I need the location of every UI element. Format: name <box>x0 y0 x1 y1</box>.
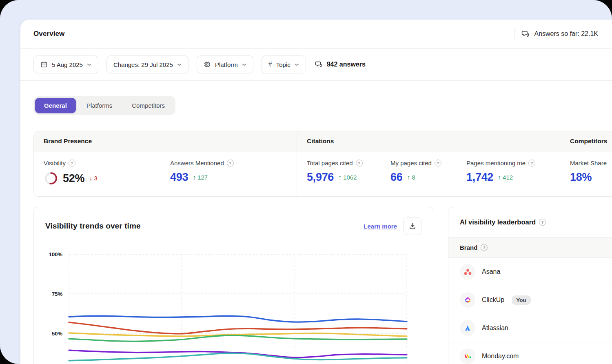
chevron-down-icon <box>242 63 246 66</box>
hash-icon: # <box>268 61 272 68</box>
help-icon[interactable] <box>528 160 535 166</box>
brand-name: Monday.com <box>482 353 519 360</box>
visibility-label: Visibility <box>44 160 66 166</box>
platform-filter-button[interactable]: Platform <box>197 55 253 73</box>
leaderboard-row-monday[interactable]: Monday.com <box>448 342 612 364</box>
brand-name: Atlassian <box>482 324 508 332</box>
chevron-down-icon <box>295 63 299 66</box>
visibility-trends-card: Visibility trends over time Learn more <box>33 207 433 364</box>
app-header: Overview Answers so far: 22.1K <box>20 20 612 49</box>
content: General Platforms Competitors Brand Pres… <box>20 81 612 364</box>
citations-title: Citations <box>297 131 560 151</box>
pages-mentioning-me-metric: Pages mentioning me 1,742 ↑ 412 <box>466 160 535 184</box>
you-badge: You <box>512 295 531 305</box>
answers-count: 942 answers <box>315 60 366 69</box>
help-icon[interactable] <box>69 160 75 166</box>
chart-title: Visibility trends over time <box>45 222 141 231</box>
tab-general[interactable]: General <box>35 98 76 113</box>
visibility-delta: ↓ 3 <box>89 175 97 182</box>
series-blue <box>69 316 407 322</box>
visibility-metric: Visibility 52% <box>44 160 170 186</box>
arrow-down-icon: ↓ <box>89 175 92 182</box>
arrow-up-icon: ↑ <box>193 174 196 181</box>
leaderboard-row-asana[interactable]: Asana <box>448 258 612 286</box>
svg-text:100%: 100% <box>49 251 63 257</box>
chip-icon <box>204 61 211 68</box>
platform-filter-label: Platform <box>215 61 238 68</box>
app-window: Overview Answers so far: 22.1K <box>20 20 612 364</box>
brand-name: Asana <box>482 268 500 275</box>
market-share-metric: Market Share 18% <box>570 160 607 184</box>
monday-logo <box>460 348 475 364</box>
header-right: Answers so far: 22.1K <box>514 29 598 39</box>
leaderboard-row-clickup[interactable]: ClickUp You <box>448 286 612 314</box>
arrow-up-icon: ↑ <box>338 174 341 181</box>
download-icon <box>409 222 416 230</box>
help-icon[interactable] <box>539 219 546 226</box>
help-icon[interactable] <box>435 160 441 166</box>
svg-text:50%: 50% <box>52 331 62 337</box>
asana-logo <box>460 264 475 280</box>
competitors-title: Competitors <box>560 131 612 151</box>
page-title: Overview <box>33 30 64 38</box>
brand-presence-section: Brand Presence Visibility <box>34 131 297 196</box>
filter-bar: 5 Aug 2025 Changes: 29 Jul 2025 <box>20 49 612 81</box>
visibility-value: 52% <box>63 172 84 185</box>
chevron-down-icon <box>87 63 91 66</box>
arrow-up-icon: ↑ <box>407 174 410 181</box>
svg-text:75%: 75% <box>52 291 62 297</box>
leaderboard-title: AI visibility leaderboard <box>460 218 536 226</box>
brand-name: ClickUp <box>482 296 504 304</box>
arrow-up-icon: ↑ <box>498 174 501 181</box>
changes-filter-button[interactable]: Changes: 29 Jul 2025 <box>106 55 188 73</box>
leaderboard-row-atlassian[interactable]: Atlassian <box>448 314 612 342</box>
competitors-section: Competitors Market Share 18% <box>560 131 612 196</box>
chevron-down-icon <box>177 63 182 66</box>
help-icon[interactable] <box>227 160 234 166</box>
chat-bubbles-icon <box>315 60 323 69</box>
my-pages-cited-metric: My pages cited 66 ↑ 8 <box>390 160 466 184</box>
download-button[interactable] <box>404 217 421 235</box>
topic-filter-button[interactable]: # Topic <box>262 55 306 73</box>
answers-mentioned-metric: Answers Mentioned 493 ↑ 127 <box>170 160 234 186</box>
answers-total-label: Answers so far: 22.1K <box>534 30 598 38</box>
help-icon[interactable] <box>481 244 488 251</box>
tab-platforms[interactable]: Platforms <box>78 98 121 113</box>
clickup-logo <box>460 292 475 308</box>
citations-section: Citations Total pages cited 5,976 ↑ <box>297 131 560 196</box>
series-green <box>69 335 407 342</box>
visibility-ring-icon <box>44 171 58 186</box>
series-red <box>69 322 407 334</box>
calendar-icon <box>40 61 48 68</box>
brand-column-header: Brand <box>460 244 477 251</box>
answers-mentioned-value: 493 <box>170 171 188 184</box>
chart-area: 100%75%50% <box>45 248 421 364</box>
header-divider <box>514 29 515 39</box>
stats-card: Brand Presence Visibility <box>33 131 612 197</box>
help-icon[interactable] <box>356 160 363 166</box>
total-pages-cited-metric: Total pages cited 5,976 ↑ 1062 <box>307 160 390 184</box>
date-filter-label: 5 Aug 2025 <box>52 61 83 68</box>
brand-presence-title: Brand Presence <box>34 131 297 151</box>
visibility-trends-chart[interactable]: 100%75%50% <box>45 248 422 364</box>
date-filter-button[interactable]: 5 Aug 2025 <box>33 55 98 73</box>
answers-mentioned-label: Answers Mentioned <box>170 160 224 166</box>
topic-filter-label: Topic <box>276 61 290 68</box>
tab-strip: General Platforms Competitors <box>33 96 175 115</box>
changes-filter-label: Changes: 29 Jul 2025 <box>113 61 173 68</box>
leaderboard-card: AI visibility leaderboard Brand <box>448 207 612 364</box>
chat-bubbles-icon <box>521 30 530 38</box>
answers-mentioned-delta: ↑ 127 <box>193 174 208 181</box>
atlassian-logo <box>460 320 475 336</box>
tab-competitors[interactable]: Competitors <box>123 98 174 113</box>
answers-total: Answers so far: 22.1K <box>521 30 598 38</box>
learn-more-link[interactable]: Learn more <box>364 223 397 230</box>
answers-count-label: 942 answers <box>327 61 366 68</box>
page-background: Overview Answers so far: 22.1K <box>0 0 612 364</box>
lower-row: Visibility trends over time Learn more <box>33 207 612 364</box>
